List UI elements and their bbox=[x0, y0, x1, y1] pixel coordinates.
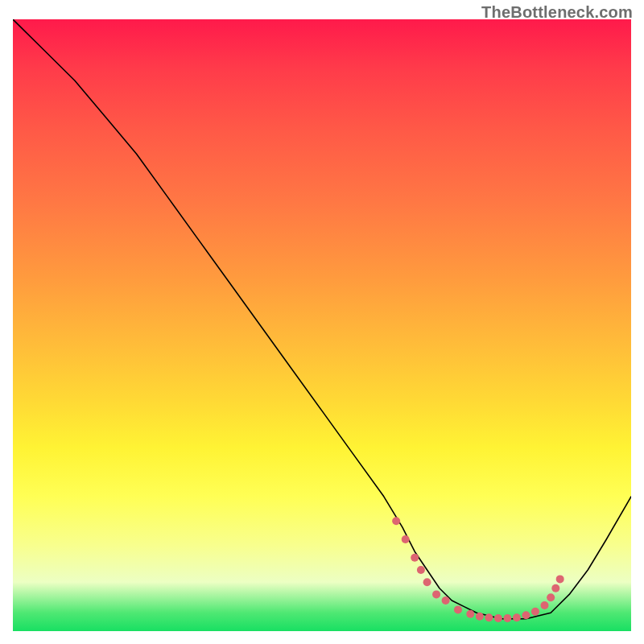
highlight-dot bbox=[531, 608, 539, 616]
chart-overlay-svg bbox=[13, 19, 631, 631]
highlight-dot bbox=[423, 578, 431, 586]
bottleneck-curve bbox=[13, 19, 631, 619]
highlight-dots-group bbox=[392, 517, 564, 622]
highlight-dot bbox=[476, 613, 484, 621]
highlight-dot bbox=[466, 610, 474, 618]
highlight-dot bbox=[454, 605, 462, 613]
highlight-dot bbox=[547, 593, 555, 601]
highlight-dot bbox=[556, 575, 564, 583]
highlight-dot bbox=[442, 597, 450, 605]
highlight-dot bbox=[540, 601, 548, 609]
highlight-dot bbox=[503, 614, 511, 622]
highlight-dot bbox=[485, 613, 493, 621]
highlight-dot bbox=[411, 554, 419, 562]
watermark-text: TheBottleneck.com bbox=[481, 3, 633, 22]
highlight-dot bbox=[522, 611, 530, 619]
highlight-dot bbox=[494, 614, 502, 622]
highlight-dot bbox=[513, 613, 521, 621]
highlight-dot bbox=[392, 517, 400, 525]
highlight-dot bbox=[551, 584, 559, 592]
highlight-dot bbox=[402, 535, 410, 543]
highlight-dot bbox=[432, 590, 440, 598]
chart-stage: TheBottleneck.com bbox=[0, 0, 644, 644]
highlight-dot bbox=[417, 566, 425, 574]
